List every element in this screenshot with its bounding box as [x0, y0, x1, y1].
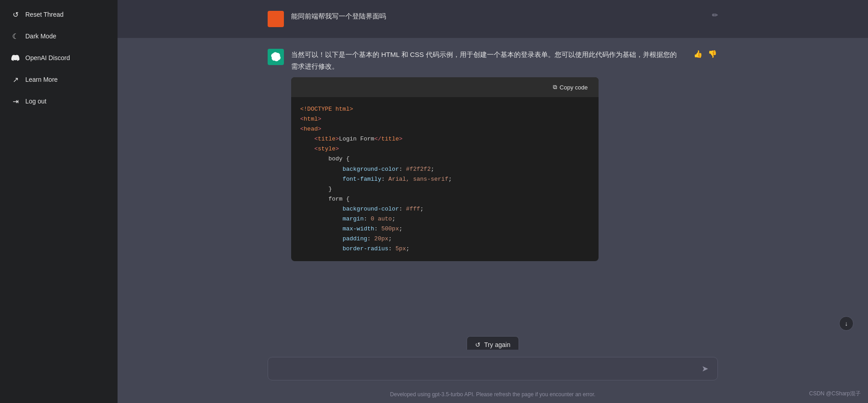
thumbs-up-button[interactable]: 👍 — [693, 49, 703, 59]
sidebar-item-label: OpenAI Discord — [25, 54, 70, 61]
code-line: <html> — [300, 114, 590, 124]
code-line: margin: 0 auto; — [300, 214, 590, 224]
code-line: background-color: #fff; — [300, 204, 590, 214]
copy-code-label: Copy code — [560, 84, 588, 91]
copy-code-button[interactable]: ⧉ Copy code — [549, 82, 591, 93]
thumbs-down-button[interactable]: 👎 — [707, 49, 718, 59]
logout-icon: ⇥ — [11, 97, 20, 106]
watermark-text: CSDN @CSharp混子 — [809, 390, 861, 397]
chat-input[interactable] — [275, 363, 696, 374]
code-block: ⧉ Copy code <!DOCTYPE html> <html> <head… — [291, 77, 599, 261]
vote-buttons: 👍 👎 — [693, 49, 718, 59]
external-link-icon: ↗ — [11, 75, 20, 84]
edit-icon[interactable]: ✏ — [712, 11, 718, 19]
footer-text: Developed using gpt-3.5-turbo API. Pleas… — [390, 391, 595, 398]
watermark: CSDN @CSharp混子 — [809, 390, 861, 398]
copy-icon: ⧉ — [553, 84, 557, 91]
code-line: padding: 20px; — [300, 234, 590, 244]
code-line: <!DOCTYPE html> — [300, 104, 590, 114]
code-line: max-width: 500px; — [300, 224, 590, 234]
input-container: ➤ — [268, 357, 718, 380]
sidebar-item-logout[interactable]: ⇥ Log out — [4, 91, 114, 111]
code-line: font-family: Arial, sans-serif; — [300, 174, 590, 184]
user-message: 能同前端帮我写一个登陆界面吗 ✏ — [118, 0, 868, 38]
send-button[interactable]: ➤ — [700, 362, 710, 375]
reset-icon: ↺ — [11, 10, 20, 19]
sidebar: ↺ Reset Thread ☾ Dark Mode OpenAI Discor… — [0, 0, 118, 403]
assistant-message: 当然可以！以下是一个基本的 HTML 和 CSS 代码示例，用于创建一个基本的登… — [118, 38, 868, 272]
sidebar-item-learn-more[interactable]: ↗ Learn More — [4, 70, 114, 89]
code-block-header: ⧉ Copy code — [291, 77, 599, 97]
refresh-icon: ↺ — [475, 341, 481, 348]
code-line: body { — [300, 154, 590, 164]
code-line: } — [300, 184, 590, 194]
chat-area: 能同前端帮我写一个登陆界面吗 ✏ 当然可以！以下是一个基本的 HTML 和 CS… — [118, 0, 868, 350]
sidebar-item-label: Log out — [25, 98, 47, 105]
try-again-label: Try again — [484, 341, 510, 348]
code-line: form { — [300, 194, 590, 204]
sidebar-item-label: Dark Mode — [25, 33, 56, 40]
discord-icon — [11, 53, 20, 62]
code-line: <title>Login Form</title> — [300, 134, 590, 144]
assistant-message-content: 当然可以！以下是一个基本的 HTML 和 CSS 代码示例，用于创建一个基本的登… — [291, 49, 680, 261]
main-content: 能同前端帮我写一个登陆界面吗 ✏ 当然可以！以下是一个基本的 HTML 和 CS… — [118, 0, 868, 403]
code-line: <head> — [300, 124, 590, 134]
sidebar-item-label: Reset Thread — [25, 11, 64, 18]
sidebar-item-reset-thread[interactable]: ↺ Reset Thread — [4, 5, 114, 24]
code-line: background-color: #f2f2f2; — [300, 164, 590, 174]
assistant-avatar — [268, 49, 284, 65]
footer: Developed using gpt-3.5-turbo API. Pleas… — [118, 388, 868, 403]
scroll-to-bottom-button[interactable]: ↓ — [839, 316, 854, 331]
sidebar-item-discord[interactable]: OpenAI Discord — [4, 48, 114, 68]
assistant-text: 当然可以！以下是一个基本的 HTML 和 CSS 代码示例，用于创建一个基本的登… — [291, 49, 680, 72]
code-line: border-radius: 5px; — [300, 244, 590, 254]
moon-icon: ☾ — [11, 32, 20, 41]
user-message-text: 能同前端帮我写一个登陆界面吗 — [291, 11, 705, 22]
code-line: <style> — [300, 144, 590, 154]
message-actions: ✏ — [712, 11, 718, 19]
user-avatar — [268, 11, 284, 27]
input-area: ➤ — [118, 350, 868, 388]
code-content: <!DOCTYPE html> <html> <head> <title>Log… — [291, 97, 599, 261]
sidebar-item-label: Learn More — [25, 76, 58, 83]
sidebar-item-dark-mode[interactable]: ☾ Dark Mode — [4, 26, 114, 46]
